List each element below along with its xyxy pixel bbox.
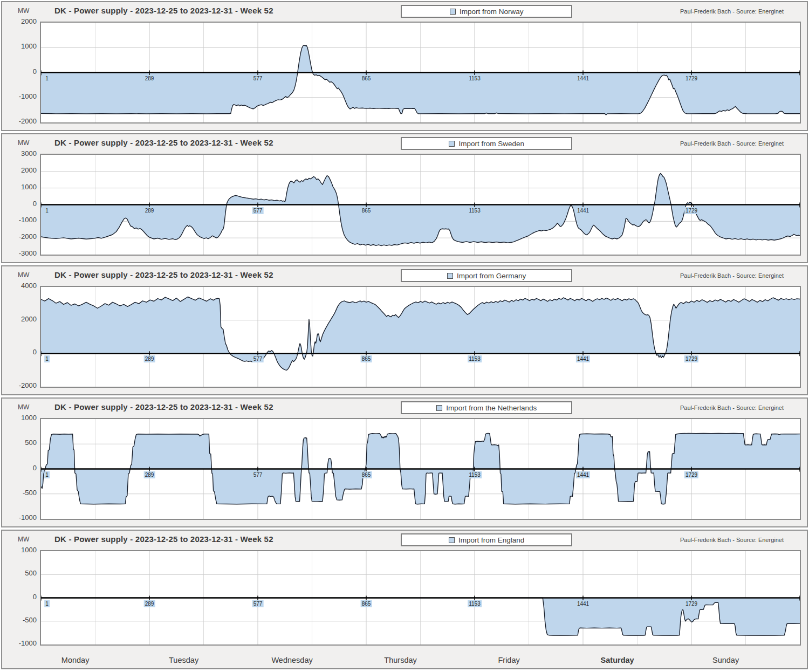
y-axis-tick-label: -500: [5, 489, 37, 497]
area-chart-svg: [41, 551, 800, 644]
x-axis-tick-label: 1153: [468, 600, 482, 607]
chart-title: DK - Power supply - 2023-12-25 to 2023-1…: [54, 6, 273, 15]
x-axis-tick-label: 865: [361, 207, 372, 214]
x-axis-tick-label: 1441: [576, 600, 590, 607]
x-axis-tick-label: 1729: [684, 600, 698, 607]
chart-panel: MW DK - Power supply - 2023-12-25 to 202…: [1, 133, 808, 263]
y-axis-tick-label: 4000: [5, 282, 37, 290]
legend-series-label: Import from Norway: [460, 8, 524, 16]
y-axis-tick-label: 0: [5, 200, 37, 208]
x-axis-tick-label: 1441: [576, 355, 590, 362]
y-axis-tick-label: -2000: [5, 117, 37, 126]
y-axis-tick-label: 1000: [5, 42, 37, 51]
legend: Import from Sweden: [401, 137, 572, 150]
legend-series-swatch-icon: [447, 273, 453, 279]
plot-area: 1289577865115314411729: [40, 286, 801, 388]
x-axis-tick-label: 1729: [684, 75, 698, 82]
day-label: Sunday: [712, 656, 739, 664]
legend-series-swatch-icon: [449, 141, 455, 147]
day-label: Saturday: [601, 656, 634, 664]
y-axis-unit-label: MW: [18, 139, 29, 147]
legend: Import from England: [401, 533, 572, 546]
y-axis-tick-label: 0: [5, 348, 37, 356]
y-axis-tick-label: 0: [5, 593, 37, 601]
area-chart-svg: [41, 419, 800, 519]
x-axis-tick-label: 865: [361, 600, 372, 607]
y-axis-tick-label: 1000: [5, 183, 37, 191]
y-axis-tick-label: 1000: [5, 546, 37, 554]
y-axis-unit-label: MW: [18, 403, 29, 411]
y-axis-unit-label: MW: [18, 271, 29, 279]
legend-series-label: Import from the Netherlands: [446, 404, 537, 412]
y-axis-tick-label: 2000: [5, 17, 37, 26]
chart-panel: MW DK - Power supply - 2023-12-25 to 202…: [1, 265, 808, 395]
x-axis-tick-label: 1153: [468, 207, 482, 214]
x-axis-tick-label: 1153: [468, 75, 482, 82]
x-axis-tick-label: 865: [361, 471, 372, 478]
legend-series-label: Import from Sweden: [458, 140, 524, 148]
plot-area: 1289577865115314411729: [40, 418, 801, 520]
y-axis-tick-label: -2000: [5, 381, 37, 390]
y-axis-tick-label: 2000: [5, 166, 37, 175]
y-axis-tick-label: -1000: [5, 216, 37, 224]
y-axis-tick-label: 500: [5, 569, 37, 578]
y-axis-tick-label: 500: [5, 438, 37, 447]
x-axis-tick-label: 289: [144, 355, 155, 362]
x-axis-tick-label: 1: [44, 207, 50, 214]
x-axis-tick-label: 289: [144, 471, 155, 478]
chart-title: DK - Power supply - 2023-12-25 to 2023-1…: [54, 534, 273, 544]
legend: Import from Norway: [401, 5, 572, 18]
x-axis-tick-label: 577: [252, 75, 264, 82]
x-axis-tick-label: 1: [44, 600, 50, 607]
legend-series-swatch-icon: [436, 405, 442, 411]
chart-panel: MW DK - Power supply - 2023-12-25 to 202…: [1, 1, 808, 131]
area-chart-svg: [41, 23, 800, 122]
x-axis-tick-label: 289: [144, 75, 155, 82]
day-label: Thursday: [384, 656, 416, 664]
x-axis-tick-label: 1729: [684, 207, 698, 214]
attribution-text: Paul-Frederik Bach - Source: Energinet: [680, 404, 784, 411]
chart-title: DK - Power supply - 2023-12-25 to 2023-1…: [54, 270, 273, 279]
y-axis-tick-label: -2000: [5, 232, 37, 241]
x-axis-tick-label: 1729: [684, 355, 698, 362]
x-axis-tick-label: 577: [252, 471, 264, 478]
y-axis-tick-label: 3000: [5, 149, 37, 158]
x-axis-tick-label: 1: [44, 75, 50, 82]
x-axis-tick-label: 1: [44, 355, 50, 362]
chart-title: DK - Power supply - 2023-12-25 to 2023-1…: [54, 402, 273, 412]
plot-area: 1289577865115314411729: [40, 154, 801, 256]
x-axis-tick-label: 1: [44, 471, 50, 478]
chart-panel: MW DK - Power supply - 2023-12-25 to 202…: [1, 530, 808, 669]
x-axis-tick-label: 1153: [468, 355, 482, 362]
y-axis-tick-label: -1000: [5, 513, 37, 522]
y-axis-tick-label: -3000: [5, 249, 37, 258]
day-label: Wednesday: [271, 656, 312, 664]
y-axis-tick-label: 2000: [5, 315, 37, 324]
attribution-text: Paul-Frederik Bach - Source: Energinet: [680, 537, 784, 543]
y-axis-tick-label: 1000: [5, 414, 37, 422]
x-axis-tick-label: 1729: [684, 471, 698, 478]
legend-series-swatch-icon: [449, 537, 455, 543]
x-axis-tick-label: 577: [252, 207, 264, 214]
x-axis-tick-label: 577: [252, 355, 264, 362]
x-axis-tick-label: 289: [144, 600, 155, 607]
attribution-text: Paul-Frederik Bach - Source: Energinet: [680, 272, 784, 279]
legend-series-swatch-icon: [450, 9, 456, 15]
chart-panel: MW DK - Power supply - 2023-12-25 to 202…: [1, 397, 808, 527]
area-chart-svg: [41, 287, 800, 387]
y-axis-tick-label: 0: [5, 67, 37, 76]
y-axis-tick-label: -500: [5, 616, 37, 625]
plot-area: 1289577865115314411729: [40, 22, 801, 124]
x-axis-tick-label: 1441: [576, 471, 590, 478]
x-axis-tick-label: 1153: [468, 471, 482, 478]
legend-series-label: Import from England: [458, 536, 524, 544]
attribution-text: Paul-Frederik Bach - Source: Energinet: [680, 140, 784, 147]
legend: Import from the Netherlands: [401, 401, 572, 414]
y-axis-tick-label: -1000: [5, 92, 37, 101]
x-axis-tick-label: 289: [144, 207, 155, 214]
y-axis-unit-label: MW: [18, 536, 29, 543]
x-axis-tick-label: 1441: [576, 75, 590, 82]
y-axis-unit-label: MW: [18, 7, 29, 15]
attribution-text: Paul-Frederik Bach - Source: Energinet: [680, 8, 784, 15]
day-label: Monday: [61, 656, 90, 664]
